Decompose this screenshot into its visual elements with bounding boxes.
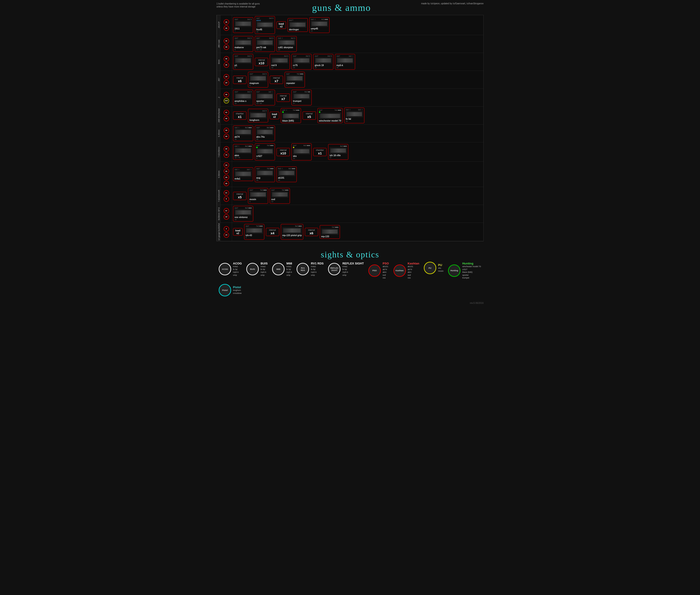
sight-name: Hunting — [462, 262, 481, 265]
sights-section: sights & optics ACOG ACOG m4a1fn falmp5-… — [216, 244, 484, 301]
sight-info: PSO ak101ak74akmsvdvss — [383, 262, 389, 279]
internal-label: internal — [305, 113, 314, 115]
gun-silhouette — [272, 193, 288, 197]
gun-card-top: 6x3 ■■■ — [330, 145, 347, 147]
gun-image — [278, 170, 295, 176]
gun-card-top: 1x2 ☆ 1x2 ☆ — [346, 109, 363, 111]
gun-card-top: 2x2 II — [250, 110, 267, 112]
gun-name: sporter — [256, 100, 273, 102]
gun-slots-left: 1x2 ☆ — [278, 37, 283, 39]
gun-card-top: 1x2 ☆ 3x2 II — [278, 37, 295, 39]
ammo-circle: 46 — [224, 25, 229, 31]
gun-mag-info: 2+ — [293, 102, 310, 104]
ammo-circle: 30 — [224, 181, 229, 186]
page-wrapper: 1 bullet chambering is available for all… — [214, 0, 486, 307]
caliber-label: 7.62x39mm — [217, 142, 221, 162]
ammo-circle: 25 — [224, 74, 229, 80]
gun-mag-info: 8 — [235, 66, 252, 68]
sights-row: ACOG ACOG m4a1fn falmp5-kump BUIS BUIS m… — [219, 262, 481, 296]
gun-name: mp-133 pistol grip — [282, 234, 302, 236]
gun-slots-left: 1x2 ☆ — [235, 126, 239, 129]
gun-silhouette — [251, 193, 266, 197]
sight-entry: Hunting Hunting winchester model 70cr527… — [448, 262, 481, 279]
load-label: load — [272, 113, 277, 115]
gun-slots-right: 2x2 II — [262, 73, 267, 75]
sight-circle-inner: Kashtan — [396, 270, 404, 272]
gun-slots-right: 6x3 ■■■ — [245, 145, 252, 147]
gun-card-top: 1x1* 7x3 ■■■ — [256, 144, 273, 146]
ammo-circle: 30 — [224, 134, 229, 139]
gun-name: winchester model 70 — [319, 119, 341, 122]
caliber-row: .246163 1x1* 2x2 II amphibia s 10 1x1* 1… — [217, 89, 483, 107]
gun-image — [282, 227, 302, 234]
caliber-row: 12 gauge buckshot415 load x2 1x1* 7x3 ■■… — [217, 223, 483, 241]
gun-slots-left: 1x1* — [235, 37, 238, 39]
sight-circle: ACOG — [219, 263, 231, 275]
gun-name: p1 — [235, 64, 252, 66]
internal-num: x5 — [305, 115, 314, 119]
gun-name: ump45 — [311, 27, 328, 30]
gun-name: repeater — [286, 82, 303, 84]
ammo-icons: 4646 — [221, 15, 232, 35]
gun-name: m4a1 — [235, 177, 252, 180]
gun-card-top: 1x1* 2x2 II — [250, 73, 267, 75]
gun-slots-left: 1x1* — [256, 168, 260, 170]
gun-image — [256, 148, 273, 154]
gun-slots-left: 1x1* — [286, 73, 290, 75]
gun-card-top: 1x2 ☆ 4x3 ■■■ — [311, 18, 328, 20]
caliber-row: 9mm4646 1x1* 2x2 II p1 8 internal x10 2x… — [217, 53, 483, 71]
sight-name: Pistol — [233, 285, 241, 289]
gun-image — [235, 93, 252, 100]
ammo-circle: 46 — [224, 92, 229, 97]
gun-prefix: M845 — [256, 20, 273, 22]
gun-silhouette — [235, 40, 251, 45]
gun-image — [235, 171, 252, 177]
sight-entry: PU PU sksmosin — [424, 262, 443, 274]
gun-silhouette — [235, 210, 251, 215]
gun-image — [321, 228, 339, 235]
sight-circle-inner: RV1RDS — [301, 267, 305, 272]
sight-circle-inner: Hunting — [450, 270, 458, 272]
gun-image — [235, 21, 252, 27]
header: 1 bullet chambering is available for all… — [216, 2, 484, 13]
sight-entry: PSO PSO ak101ak74akmsvdvss — [368, 262, 389, 279]
gun-card-top: 1x1* 7x3 ■■■ — [271, 189, 288, 191]
gun-silhouette — [279, 171, 294, 175]
chamber-box: chamber x1 — [313, 148, 327, 156]
gun-image — [250, 112, 267, 118]
caliber-row: 7.62x39mm3075 1x2 ☆ 6x3 ■■■ akm 30 / 75 … — [217, 142, 483, 162]
sight-name: PSO — [383, 262, 389, 265]
gun-silhouette — [257, 23, 272, 27]
gun-slots-right: 4x3 ■■■ — [321, 18, 328, 20]
gun-card: 1x1* 1x2 ☆ sporter 10 / 30 — [255, 90, 275, 106]
gun-card: 5x2 ☆ 6x3 ■■■ ak101 30 — [276, 166, 297, 182]
ammo-circle: 163 — [224, 98, 229, 104]
load-box: load x2 — [233, 228, 243, 236]
caliber-label: 9mm — [217, 53, 221, 70]
gun-image — [293, 57, 310, 64]
sight-circle-inner: PSO — [372, 270, 377, 272]
gun-silhouette — [251, 76, 266, 80]
sight-info: Kashtan ak101ak74akmsvdvss — [408, 262, 419, 279]
gun-slots-right: 6x3 ■■■ — [267, 126, 273, 129]
sight-compatible-guns: m4a1fn falmp5-kump — [342, 265, 364, 277]
gun-mag-info: 10 — [271, 201, 288, 203]
internal-num: x4 — [268, 231, 277, 235]
gun-card: 6x3 ■■■ izh 18 rifle 5+ — [328, 144, 348, 160]
gun-slots-left: 1x1* — [293, 55, 297, 57]
gun-slots-left: 1x2 ☆ — [235, 145, 239, 147]
sight-info: ACOG m4a1fn falmp5-kump — [233, 262, 242, 277]
gun-mag-info: 10 — [235, 102, 252, 104]
sight-circle: M68 — [272, 263, 285, 275]
ammo-circle: 10 — [224, 214, 229, 220]
gun-mag-info: 20 — [337, 66, 354, 68]
gun-card: 1x1* 7x3 ■■■ izh-43 4 — [244, 224, 264, 240]
sight-entry: Kashtan Kashtan ak101ak74akmsvdvss — [393, 262, 419, 279]
sight-circle: Hunting — [448, 264, 461, 277]
gun-image — [235, 147, 252, 154]
header-credit: made by /u/cipeon, updated by /u/Gaersva… — [421, 2, 484, 5]
gun-name: makarov — [235, 46, 252, 49]
gun-image — [319, 113, 341, 119]
ammo-circle: 30 — [224, 162, 229, 168]
gun-card: 1x2 ☆ 1x2 ☆ m4a1 — [233, 167, 253, 181]
